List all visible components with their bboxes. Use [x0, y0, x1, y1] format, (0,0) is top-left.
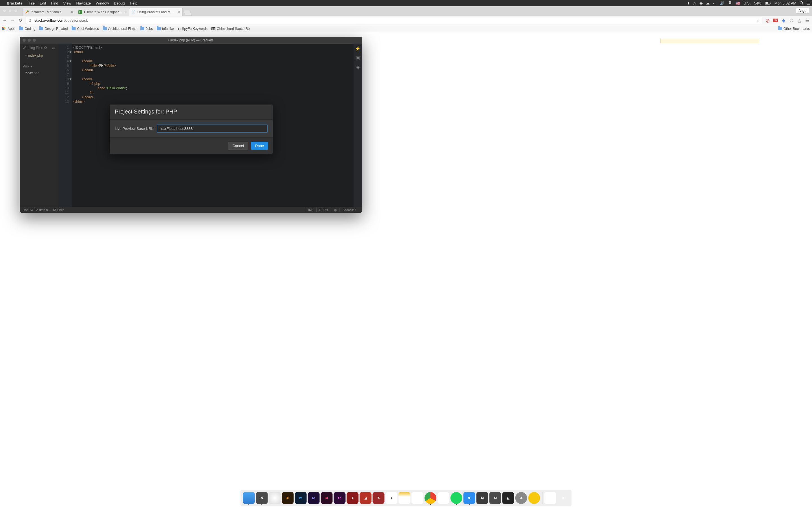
tab-strip: 🥕 Instacart - Mariano's ✕ U Ultimate Web… — [0, 6, 406, 16]
new-tab-button[interactable] — [183, 10, 192, 16]
menu-help[interactable]: Help — [127, 1, 140, 5]
field-label: Live Preview Base URL: — [115, 126, 154, 131]
favicon: 📄 — [132, 10, 136, 14]
favicon: 🥕 — [25, 10, 29, 14]
bookmark-item[interactable]: baChimichurri Sauce Re — [211, 27, 250, 31]
folder-icon — [39, 27, 43, 30]
url-path: /questions/ask — [64, 18, 88, 22]
address-bar: ← → ⟳ 🗎 stackoverflow.com/questions/ask … — [0, 16, 406, 25]
bookmark-item[interactable]: ◐SpyFu Keywords — [177, 27, 207, 31]
folder-icon — [140, 27, 144, 30]
browser-tab[interactable]: U Ultimate Web Designer & D ✕ — [76, 8, 130, 16]
forward-button[interactable]: → — [10, 18, 15, 23]
folder-icon — [71, 27, 75, 30]
close-icon[interactable]: ✕ — [69, 10, 73, 14]
menu-view[interactable]: View — [61, 1, 74, 5]
favicon: U — [79, 10, 82, 14]
folder-icon — [103, 27, 107, 30]
apps-button[interactable]: Apps — [2, 27, 15, 31]
bookmark-folder[interactable]: Jobs — [140, 27, 153, 31]
folder-icon — [157, 27, 161, 30]
window-controls[interactable] — [3, 9, 17, 12]
close-icon[interactable]: ✕ — [175, 10, 180, 14]
menu-find[interactable]: Find — [49, 1, 61, 5]
reload-button[interactable]: ⟳ — [18, 18, 23, 23]
bookmark-folder[interactable]: Design Related — [39, 27, 68, 31]
url-host: stackoverflow.com — [35, 18, 64, 22]
omnibox[interactable]: 🗎 stackoverflow.com/questions/ask ☆ — [26, 17, 406, 24]
site-icon: ba — [211, 27, 215, 30]
bookmark-folder[interactable]: Cool Websites — [71, 27, 99, 31]
menu-navigate[interactable]: Navigate — [74, 1, 93, 5]
page-info-icon[interactable]: 🗎 — [29, 18, 32, 22]
menu-window[interactable]: Window — [93, 1, 111, 5]
back-button[interactable]: ← — [2, 18, 7, 23]
browser-tab[interactable]: 🥕 Instacart - Mariano's ✕ — [22, 8, 76, 16]
done-button[interactable]: Done — [251, 142, 268, 150]
base-url-input[interactable] — [157, 125, 267, 132]
close-icon[interactable]: ✕ — [122, 10, 127, 14]
menu-debug[interactable]: Debug — [111, 1, 127, 5]
folder-icon — [19, 27, 23, 30]
mac-menubar: Brackets File Edit Find View Navigate Wi… — [0, 0, 406, 6]
tab-title: Ultimate Web Designer & D — [84, 10, 122, 14]
bookmarks-bar: Apps Coding Design Related Cool Websites… — [0, 25, 406, 32]
site-icon: ◐ — [177, 27, 181, 31]
cancel-button[interactable]: Cancel — [228, 142, 248, 150]
tab-title: Instacart - Mariano's — [31, 10, 69, 14]
browser-tab-active[interactable]: 📄 Using Brackets and MAMP ✕ — [129, 8, 183, 16]
project-settings-modal: Project Settings for: PHP Live Preview B… — [110, 105, 273, 154]
menu-file[interactable]: File — [26, 1, 37, 5]
modal-title: Project Settings for: PHP — [110, 105, 273, 120]
menubar-app-name[interactable]: Brackets — [7, 1, 26, 5]
menu-edit[interactable]: Edit — [37, 1, 49, 5]
apps-icon — [2, 27, 6, 31]
tab-title: Using Brackets and MAMP — [137, 10, 175, 14]
bookmark-folder[interactable]: Coding — [19, 27, 35, 31]
bookmark-folder[interactable]: tofu like — [157, 27, 174, 31]
bookmark-folder[interactable]: Architectural Firms — [103, 27, 137, 31]
brackets-window: • index.php (PHP) — Brackets Working Fil… — [20, 37, 362, 213]
apps-label: Apps — [8, 27, 15, 31]
